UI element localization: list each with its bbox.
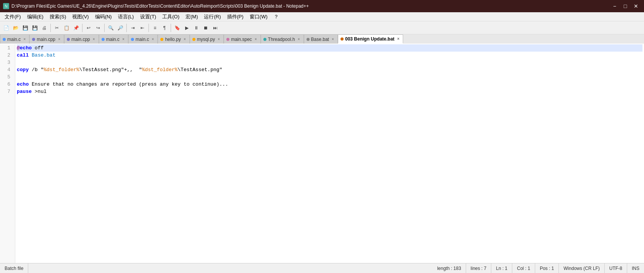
indent-btn[interactable]: ⇥ xyxy=(128,23,137,32)
outdent-btn[interactable]: ⇤ xyxy=(138,23,147,32)
code-token: \TestAsset.png" xyxy=(178,66,222,73)
menu-item-搜索(S)[interactable]: 搜索(S) xyxy=(47,13,69,21)
tab-close-btn[interactable]: × xyxy=(396,37,400,41)
menu-item-编码(N)[interactable]: 编码(N) xyxy=(92,13,115,21)
code-line: copy /b "%dst_folder%\TestAsset.png"+,, … xyxy=(17,66,642,73)
status-mode: INS xyxy=(627,263,644,273)
tab-3[interactable]: main.c× xyxy=(99,34,128,44)
toolbar-separator xyxy=(148,24,149,32)
menu-item-插件(P)[interactable]: 插件(P) xyxy=(224,13,247,21)
tab-dot xyxy=(341,37,344,41)
line-numbers: 1234567 xyxy=(0,44,15,263)
show-all-btn[interactable]: ¶ xyxy=(160,23,169,32)
toolbar-separator xyxy=(104,24,105,32)
tab-close-btn[interactable]: × xyxy=(22,37,27,42)
toolbar-separator xyxy=(50,24,51,32)
tab-2[interactable]: main.cpp× xyxy=(64,34,99,44)
minimize-button[interactable]: − xyxy=(610,2,620,10)
code-line: call Base.bat xyxy=(17,52,642,59)
menu-item-编辑(E)[interactable]: 编辑(E) xyxy=(24,13,47,21)
save-all-btn[interactable]: 💾 xyxy=(30,23,39,32)
tab-close-btn[interactable]: × xyxy=(57,37,61,42)
code-area[interactable]: @echo offcall Base.bat copy /b "%dst_fol… xyxy=(15,44,644,263)
tab-close-btn[interactable]: × xyxy=(253,37,258,42)
line-number: 1 xyxy=(0,44,13,52)
status-ln: Ln : 1 xyxy=(491,263,512,273)
code-token: /b " xyxy=(29,66,44,73)
code-line: @echo off xyxy=(17,44,642,52)
tab-label: Base.bat xyxy=(311,37,329,42)
status-lines: lines : 7 xyxy=(466,263,491,273)
pause-btn[interactable]: ⏸ xyxy=(192,23,201,32)
code-line: echo Ensure that no changes are reported… xyxy=(17,81,642,88)
new-file-btn[interactable]: 📄 xyxy=(2,23,11,32)
status-pos: Pos : 1 xyxy=(535,263,559,273)
wrap-btn[interactable]: ≡ xyxy=(150,23,160,32)
tab-dot xyxy=(263,38,266,41)
tab-label: mysql.py xyxy=(197,37,215,42)
menu-item-视图(V)[interactable]: 视图(V) xyxy=(69,13,92,21)
skip-btn[interactable]: ⏭ xyxy=(211,23,220,32)
tab-9[interactable]: Base.bat× xyxy=(304,34,338,44)
tab-0[interactable]: main.c× xyxy=(0,34,29,44)
cut-btn[interactable]: ✂ xyxy=(52,23,61,32)
bookmark-btn[interactable]: 🔖 xyxy=(173,23,182,32)
code-token: Ensure that no changes are reported (pre… xyxy=(29,81,228,88)
print-btn[interactable]: 🖨 xyxy=(40,23,49,32)
status-encoding: UTF-8 xyxy=(605,263,627,273)
menu-item-文件(F)[interactable]: 文件(F) xyxy=(2,13,24,21)
tab-1[interactable]: main.cpp× xyxy=(29,34,64,44)
code-token: >nul xyxy=(32,88,47,95)
toolbar: 📄📂💾💾🖨✂📋📌↩↪🔍🔎⇥⇤≡¶🔖▶⏸⏹⏭ xyxy=(0,21,644,34)
code-token: echo xyxy=(17,81,29,88)
toolbar-separator xyxy=(82,24,82,32)
tab-7[interactable]: main.spec× xyxy=(224,34,261,44)
stop-btn[interactable]: ⏹ xyxy=(201,23,210,32)
line-number: 2 xyxy=(0,52,13,59)
tab-4[interactable]: main.c× xyxy=(128,34,158,44)
tab-close-btn[interactable]: × xyxy=(150,37,155,42)
open-file-btn[interactable]: 📂 xyxy=(11,23,20,32)
redo-btn[interactable]: ↪ xyxy=(94,23,103,32)
maximize-button[interactable]: □ xyxy=(620,2,630,10)
tab-label: main.spec xyxy=(231,37,252,42)
save-btn[interactable]: 💾 xyxy=(21,23,30,32)
copy-btn[interactable]: 📋 xyxy=(62,23,71,32)
code-line xyxy=(17,73,642,81)
menu-item-窗口(W)[interactable]: 窗口(W) xyxy=(247,13,271,21)
menu-item-设置(T)[interactable]: 设置(T) xyxy=(137,13,160,21)
menu-item-语言(L)[interactable]: 语言(L) xyxy=(115,13,137,21)
tab-dot xyxy=(32,38,35,41)
tab-8[interactable]: Threadpool.h× xyxy=(261,34,304,44)
menu-item-？[interactable]: ？ xyxy=(271,13,282,21)
tab-close-btn[interactable]: × xyxy=(121,37,126,42)
run-btn[interactable]: ▶ xyxy=(182,23,191,32)
status-col: Col : 1 xyxy=(512,263,535,273)
menu-item-工具(O)[interactable]: 工具(O) xyxy=(159,13,182,21)
tab-dot xyxy=(67,38,70,41)
tab-label: Threadpool.h xyxy=(268,37,295,42)
close-button[interactable]: ✕ xyxy=(631,2,641,10)
menu-item-宏(M)[interactable]: 宏(M) xyxy=(182,13,201,21)
paste-btn[interactable]: 📌 xyxy=(71,23,81,32)
menu-item-运行(R)[interactable]: 运行(R) xyxy=(201,13,224,21)
tab-label: main.c xyxy=(106,37,119,42)
tab-close-btn[interactable]: × xyxy=(92,37,96,42)
tab-close-btn[interactable]: × xyxy=(297,37,301,42)
tab-dot xyxy=(192,38,195,41)
tab-6[interactable]: mysql.py× xyxy=(190,34,224,44)
undo-btn[interactable]: ↩ xyxy=(84,23,93,32)
app-icon: N xyxy=(3,3,9,9)
find-btn[interactable]: 🔍 xyxy=(106,23,115,32)
status-file-type: Batch file xyxy=(0,263,28,273)
tab-close-btn[interactable]: × xyxy=(182,37,187,42)
replace-btn[interactable]: 🔎 xyxy=(116,23,125,32)
tab-close-btn[interactable]: × xyxy=(331,37,335,42)
title-bar-left: N D:\Program Files\Epic Games\UE_4.26\En… xyxy=(3,3,309,9)
tab-10[interactable]: 003 Benign Update.bat× xyxy=(338,34,403,44)
tab-close-btn[interactable]: × xyxy=(216,37,221,42)
tab-dot xyxy=(3,38,6,41)
code-token: copy xyxy=(17,66,29,73)
tab-5[interactable]: hello.py× xyxy=(158,34,189,44)
tab-dot xyxy=(226,38,229,41)
